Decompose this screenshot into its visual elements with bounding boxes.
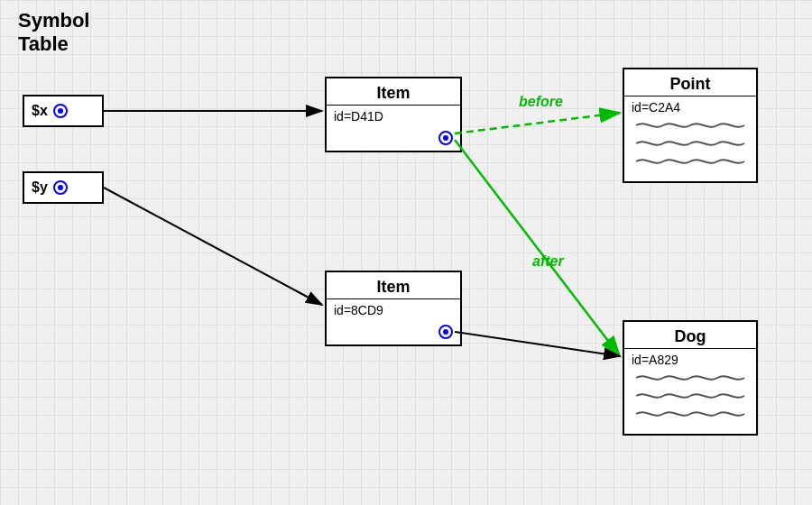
point-wave-2 — [632, 138, 749, 149]
dog-wave-1 — [632, 372, 749, 383]
arrow-y-to-item2 — [104, 188, 322, 305]
item-8cd9-title: Item — [327, 272, 460, 299]
point-waves — [624, 116, 756, 181]
point-title: Point — [624, 69, 756, 96]
dog-waves — [624, 369, 756, 434]
dog-box: Dog id=A829 — [623, 320, 758, 436]
arrow-item1-to-point — [455, 113, 620, 133]
after-label: after — [532, 253, 564, 269]
point-wave-3 — [632, 156, 749, 167]
dog-wave-2 — [632, 390, 749, 401]
symbol-x-pointer — [53, 104, 68, 118]
symbol-y-label: $y — [32, 179, 48, 196]
item-d41d-box: Item id=D41D — [325, 77, 462, 152]
symbol-x-label: $x — [32, 103, 48, 119]
item-d41d-title: Item — [327, 78, 460, 106]
arrow-item2-to-dog — [455, 332, 620, 356]
symbol-x-box: $x — [23, 95, 104, 127]
item-d41d-pointer — [438, 131, 453, 145]
point-id: id=C2A4 — [624, 96, 756, 116]
item-d41d-id: id=D41D — [327, 106, 460, 127]
point-wave-1 — [632, 120, 749, 131]
item-8cd9-pointer — [438, 325, 453, 339]
before-label: before — [519, 94, 563, 109]
point-box: Point id=C2A4 — [623, 68, 758, 183]
symbol-y-pointer — [53, 180, 68, 195]
dog-id: id=A829 — [624, 349, 756, 369]
item-8cd9-pointer-container — [327, 321, 460, 344]
item-d41d-pointer-container — [327, 127, 460, 151]
page-title: Symbol Table — [18, 9, 89, 57]
arrow-item1-to-dog — [455, 140, 620, 356]
symbol-y-box: $y — [23, 171, 104, 204]
item-8cd9-id: id=8CD9 — [327, 299, 460, 321]
item-8cd9-box: Item id=8CD9 — [325, 271, 462, 346]
dog-title: Dog — [624, 322, 756, 349]
dog-wave-3 — [632, 409, 749, 419]
